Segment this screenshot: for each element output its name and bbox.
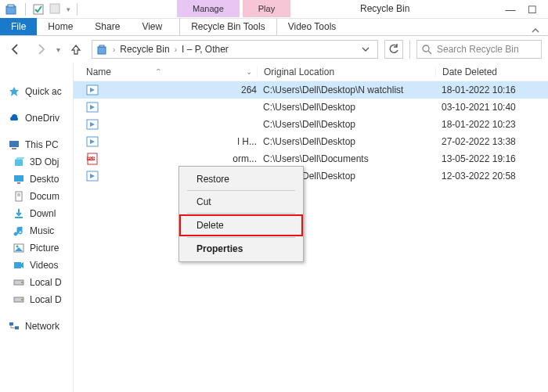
chevron-right-icon[interactable]: › [111, 45, 117, 54]
svg-rect-9 [9, 141, 19, 147]
folder-icon [13, 225, 25, 237]
svg-marker-23 [21, 262, 23, 268]
table-row[interactable]: PDForm...C:\Users\Dell\Documents13-05-20… [74, 150, 548, 167]
folder-icon [13, 293, 25, 306]
original-location: C:\Users\Dell\Desktop\N watchlist [257, 85, 435, 95]
sidebar-item-onedrive[interactable]: OneDriv [0, 110, 73, 127]
sidebar-item-label: Videos [30, 260, 58, 271]
svg-rect-10 [12, 148, 16, 149]
sidebar-item[interactable]: Local D [0, 274, 73, 291]
ctx-restore[interactable]: Restore [179, 170, 303, 189]
file-icon [86, 101, 99, 113]
table-row[interactable]: C:\Users\Dell\Desktop18-01-2022 10:23 [74, 116, 548, 133]
context-tab-manage[interactable]: Manage [177, 0, 240, 36]
folder-icon [13, 207, 25, 220]
sidebar-item[interactable]: Docum [0, 188, 73, 205]
date-deleted: 13-05-2022 19:16 [435, 153, 548, 164]
sidebar-item[interactable]: 3D Obj [0, 153, 73, 171]
context-menu: Restore Cut Delete Properties [178, 166, 304, 262]
back-button[interactable] [6, 40, 25, 59]
svg-rect-5 [99, 45, 104, 47]
forward-button[interactable] [31, 40, 50, 59]
col-header-date-deleted[interactable]: Date Deleted [435, 67, 548, 77]
table-row[interactable]: 264C:\Users\Dell\Desktop\N watchlist18-0… [74, 81, 548, 99]
address-dropdown[interactable] [357, 45, 374, 53]
address-bar[interactable]: › Recycle Bin › I – P, Other [92, 40, 378, 59]
window-title: Recycle Bin [360, 3, 409, 14]
qat-checkbox[interactable] [31, 2, 46, 17]
sidebar-item-label: Network [25, 321, 59, 332]
table-row[interactable]: C:\Users\Dell\Desktop03-10-2021 10:40 [74, 99, 548, 116]
tab-home[interactable]: Home [37, 18, 84, 35]
refresh-button[interactable] [384, 40, 403, 59]
pc-icon [8, 138, 20, 151]
folder-icon [13, 173, 25, 185]
sidebar-item-label: Local D [30, 277, 62, 288]
minimize-button[interactable]: — [499, 2, 521, 17]
maximize-button[interactable]: ☐ [521, 2, 543, 17]
original-location: C:\Users\Dell\Desktop [257, 136, 435, 147]
chevron-right-icon[interactable]: › [173, 45, 178, 54]
col-header-original-location[interactable]: Original Location [257, 67, 435, 77]
col-header-label: Name [86, 67, 111, 77]
breadcrumb-part[interactable]: Recycle Bin [120, 44, 169, 55]
qat-sep2 [77, 3, 78, 16]
ctx-delete[interactable]: Delete [181, 216, 301, 235]
separator [187, 213, 295, 214]
sidebar-item[interactable]: Downl [0, 205, 73, 222]
recent-locations-dropdown[interactable]: ▾ [56, 45, 60, 54]
svg-rect-15 [16, 192, 22, 201]
sidebar-item[interactable]: Music [0, 222, 73, 239]
folder-icon [13, 276, 25, 289]
svg-point-20 [16, 246, 19, 248]
sidebar-item-quick-access[interactable]: Quick ac [0, 83, 73, 100]
sidebar-item-network[interactable]: Network [0, 318, 73, 335]
original-location: C:\Users\Dell\Documents [257, 153, 435, 164]
qat-dropdown[interactable] [48, 2, 63, 17]
search-input[interactable]: Search Recycle Bin [416, 40, 542, 59]
folder-icon [13, 242, 25, 254]
breadcrumb-part[interactable]: I – P, Other [182, 44, 229, 55]
ribbon-collapse-chevron[interactable] [523, 26, 548, 35]
tab-share[interactable]: Share [84, 18, 131, 35]
context-tab-head-play: Play [243, 0, 290, 17]
recycle-bin-icon [96, 43, 108, 56]
date-deleted: 18-01-2022 10:16 [435, 85, 548, 95]
network-icon [8, 320, 20, 333]
col-header-name[interactable]: Name ⌃ ⌄ [81, 67, 257, 77]
sidebar-item[interactable]: Local D [0, 291, 73, 308]
file-tab[interactable]: File [0, 18, 37, 35]
ctx-properties[interactable]: Properties [179, 239, 303, 258]
file-icon [86, 118, 99, 131]
tab-view[interactable]: View [131, 18, 173, 35]
file-name: 264 [241, 85, 257, 95]
date-deleted: 03-10-2021 10:40 [435, 102, 548, 113]
sidebar-item[interactable]: Videos [0, 257, 73, 274]
chevron-down-icon[interactable]: ▾ [65, 5, 72, 13]
col-dropdown-icon[interactable]: ⌄ [241, 67, 257, 76]
separator [409, 40, 410, 59]
svg-rect-29 [15, 326, 19, 329]
ctx-cut[interactable]: Cut [179, 192, 303, 211]
app-icon [3, 2, 19, 17]
sidebar-item-label: Music [30, 225, 54, 236]
file-name: orm... [233, 153, 257, 164]
highlight-box: Delete [179, 214, 303, 236]
cloud-icon [8, 112, 20, 124]
svg-rect-28 [9, 322, 13, 325]
context-tab-play[interactable]: Play [243, 0, 290, 36]
context-tab-head-manage: Manage [177, 0, 240, 17]
svg-text:PDF: PDF [88, 156, 96, 160]
sidebar-item[interactable]: Picture [0, 239, 73, 257]
table-row[interactable]: C:\Users\Dell\Desktop12-03-2022 20:58 [74, 167, 548, 185]
svg-rect-11 [15, 160, 23, 166]
sidebar-item[interactable]: Deskto [0, 171, 73, 188]
sort-indicator-icon: ⌃ [155, 67, 161, 76]
svg-rect-3 [50, 4, 59, 13]
original-location: C:\Users\Dell\Desktop [257, 119, 435, 130]
svg-line-7 [428, 51, 431, 54]
table-row[interactable]: l H...C:\Users\Dell\Desktop27-02-2022 13… [74, 133, 548, 150]
sidebar-item-thispc[interactable]: This PC [0, 136, 73, 153]
sidebar-item-label: 3D Obj [30, 156, 59, 167]
up-button[interactable] [67, 40, 85, 59]
